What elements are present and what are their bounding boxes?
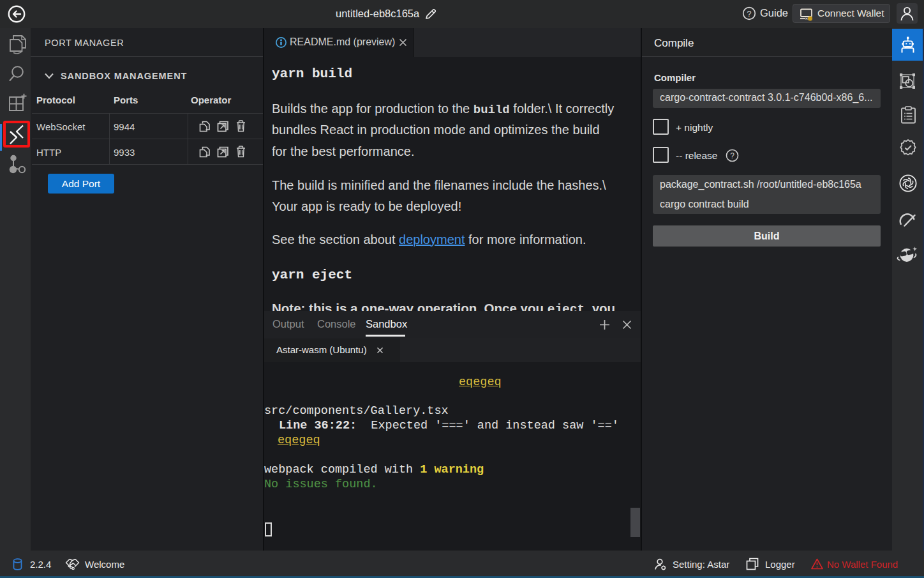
svg-text:?: ? <box>747 10 752 19</box>
svg-text:?: ? <box>730 151 734 160</box>
